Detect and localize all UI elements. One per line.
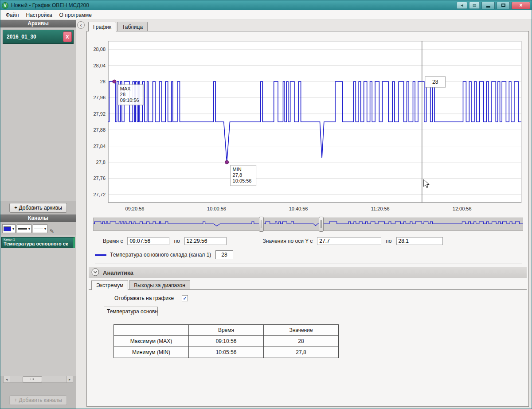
time-from-input[interactable]: [127, 237, 169, 245]
menu-file[interactable]: Файл: [2, 11, 23, 19]
show-on-chart-label: Отображать на графике: [114, 295, 174, 301]
panel-icon[interactable]: ▤: [469, 2, 480, 9]
tab-chart[interactable]: График: [88, 22, 116, 31]
channel-color-select[interactable]: ▾: [2, 224, 16, 233]
svg-text:10:00:56: 10:00:56: [207, 206, 226, 211]
check-icon: ✓: [183, 296, 187, 301]
table-header-time: Время: [189, 325, 264, 336]
add-archives-row: + Добавить архивы: [0, 201, 76, 214]
svg-text:27,96: 27,96: [93, 95, 106, 100]
add-channels-button[interactable]: + Добавить каналы: [9, 395, 67, 405]
svg-text:MAX: MAX: [120, 86, 131, 91]
chart-panel: 28,0828,042827,9627,9227,8827,8427,827,7…: [86, 31, 529, 407]
menubar: Файл Настройка О программе: [0, 10, 532, 20]
archive-name: 2016_01_30: [7, 34, 36, 40]
menu-settings[interactable]: Настройка: [23, 11, 56, 19]
analytics-title: Аналитика: [103, 269, 133, 276]
sidebar-collapse-button[interactable]: ‹: [77, 21, 85, 29]
svg-text:09:20:56: 09:20:56: [125, 206, 145, 211]
line-style-select[interactable]: ▾: [33, 224, 47, 233]
to-label-2: по: [386, 238, 391, 244]
svg-text:27,92: 27,92: [93, 111, 106, 117]
svg-text:27,72: 27,72: [93, 192, 106, 197]
archive-item[interactable]: 2016_01_30 X: [3, 30, 74, 44]
max-row-time: 09:10:56: [189, 336, 264, 347]
add-archives-button[interactable]: + Добавить архивы: [9, 203, 67, 213]
svg-text:10:40:56: 10:40:56: [289, 206, 308, 211]
time-from-label: Время с: [103, 238, 123, 244]
sidebar-collapse-column: ‹: [76, 20, 86, 409]
series-color-line: [95, 254, 106, 256]
channel-subtab-row: Температура основн: [104, 307, 514, 317]
svg-text:28,08: 28,08: [93, 47, 106, 52]
app-logo-icon: V: [2, 2, 8, 9]
scroll-right-icon[interactable]: ▸: [66, 376, 73, 383]
scrollbar-thumb[interactable]: [23, 376, 42, 382]
analytics-content: Отображать на графике ✓ Температура осно…: [89, 289, 527, 405]
overview-handle-right[interactable]: [319, 217, 324, 232]
show-on-chart-row: Отображать на графике ✓: [104, 295, 527, 301]
legend-label: Температура основного склада (канал 1): [110, 252, 211, 258]
maximize-icon: [501, 4, 505, 7]
channel-number: Канал 1: [4, 238, 71, 241]
tab-table[interactable]: Таблица: [117, 22, 148, 31]
archive-list: 2016_01_30 X: [0, 27, 76, 201]
svg-text:28: 28: [120, 92, 125, 97]
line-style-sample: [34, 229, 43, 229]
max-row-value: 28: [264, 336, 339, 347]
svg-text:28: 28: [432, 79, 438, 85]
sidebar: Архивы 2016_01_30 X + Добавить архивы Ка…: [0, 20, 76, 409]
table-row: Максимум (MAX) 09:10:56 28: [114, 336, 339, 347]
svg-text:10:05:56: 10:05:56: [233, 178, 252, 183]
show-on-chart-checkbox[interactable]: ✓: [182, 295, 188, 301]
maximize-button[interactable]: [497, 2, 510, 9]
tab-out-of-range[interactable]: Выходы за диапазон: [129, 280, 190, 289]
chevron-down-icon: ▾: [12, 227, 14, 231]
tab-extremum[interactable]: Экстремум: [91, 280, 128, 290]
channel-item[interactable]: Канал 1 Температура основного ск: [1, 237, 75, 248]
analytics-header[interactable]: Аналитика: [89, 267, 527, 278]
svg-text:28: 28: [100, 79, 106, 84]
analytics-collapse-button[interactable]: [91, 268, 99, 277]
max-row-label: Максимум (MAX): [114, 336, 189, 347]
y-to-input[interactable]: [396, 237, 443, 245]
line-width-select[interactable]: ▾: [17, 224, 31, 233]
channels-header: Каналы: [0, 214, 76, 222]
horizontal-scrollbar[interactable]: ◂ ▸: [3, 376, 73, 383]
view-tabs: График Таблица: [86, 22, 529, 31]
chart-overview[interactable]: [93, 218, 523, 231]
minimize-button[interactable]: [481, 2, 495, 9]
svg-text:12:00:56: 12:00:56: [453, 206, 472, 211]
table-header-row: Время Значение: [114, 325, 339, 336]
color-swatch: [4, 226, 11, 231]
svg-text:27,84: 27,84: [93, 144, 106, 149]
y-from-input[interactable]: [317, 237, 381, 245]
application-window: V Новый - График ОВЕН МСД200 ◄ ▤ × Файл …: [0, 0, 532, 409]
menu-about[interactable]: О программе: [56, 11, 95, 19]
to-label: по: [174, 238, 180, 244]
analytics-tabs: Экстремум Выходы за диапазон: [89, 280, 527, 289]
temperature-chart[interactable]: 28,0828,042827,9627,9227,8827,8427,827,7…: [89, 35, 525, 214]
edit-icon[interactable]: ✎: [50, 228, 54, 234]
chevron-down-icon: ▾: [28, 227, 30, 231]
scrollbar-track[interactable]: [10, 376, 66, 383]
main-area: График Таблица 28,0828,042827,9627,9227,…: [86, 20, 532, 409]
minimize-icon: [486, 6, 490, 8]
svg-text:09:10:56: 09:10:56: [120, 97, 139, 103]
overview-handle-left[interactable]: [259, 217, 264, 232]
overview-chart: [94, 218, 523, 230]
channel-subtab[interactable]: Температура основн: [104, 307, 158, 316]
min-row-value: 27,8: [264, 347, 339, 358]
close-archive-button[interactable]: X: [63, 31, 72, 42]
speaker-icon[interactable]: ◄: [457, 2, 467, 9]
table-header-blank: [114, 325, 189, 336]
window-title: Новый - График ОВЕН МСД200: [11, 2, 89, 8]
chevron-down-icon: ▾: [44, 227, 46, 231]
svg-text:27,8: 27,8: [96, 160, 106, 165]
time-to-input[interactable]: [184, 237, 227, 245]
y-range-label: Значения по оси Y с: [263, 238, 313, 244]
close-button[interactable]: ×: [512, 2, 530, 9]
scroll-left-icon[interactable]: ◂: [3, 376, 10, 383]
legend-current-value: 28: [215, 250, 233, 259]
table-row: Минимум (MIN) 10:05:56 27,8: [114, 347, 339, 358]
